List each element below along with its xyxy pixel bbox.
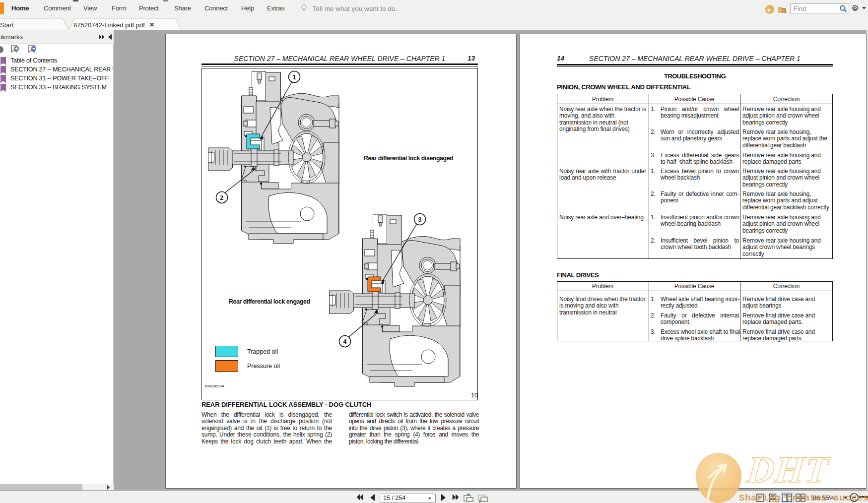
svg-text:4: 4 xyxy=(343,338,347,345)
svg-text:2: 2 xyxy=(220,194,224,201)
svg-text:3: 3 xyxy=(418,216,422,223)
svg-text:1: 1 xyxy=(293,74,296,81)
